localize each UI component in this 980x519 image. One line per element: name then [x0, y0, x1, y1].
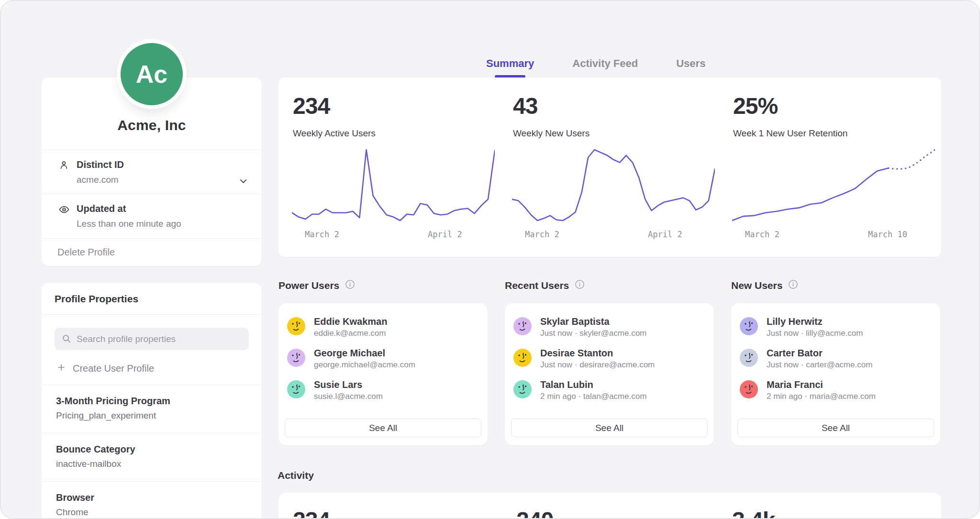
user-list-item[interactable]: Lilly Herwitz Just now · lilly@acme.com — [740, 315, 931, 342]
x-axis-labels: March 2 March 10 — [728, 230, 939, 240]
user-list-item[interactable]: Eddie Kwakman eddie.k@acme.com — [287, 315, 479, 342]
profile-properties-title: Profile Properties — [55, 293, 138, 305]
user-list-item[interactable]: Talan Lubin 2 min ago · talan@acme.com — [513, 378, 705, 405]
activity-section-title: Activity — [278, 470, 314, 481]
row-label: Updated at — [77, 203, 181, 214]
doodle-face-icon — [740, 380, 758, 398]
user-name: Desirae Stanton — [540, 347, 613, 359]
profile-properties-card: Profile Properties Create User Pr — [42, 283, 262, 519]
profile-properties-body: Create User Profile — [42, 315, 262, 374]
x-tick-right: April 2 — [428, 230, 462, 239]
stat-value: 43 — [513, 94, 537, 119]
stat-label: Weekly New Users — [513, 128, 590, 139]
row-value: Less than one minute ago — [77, 218, 181, 230]
x-tick-right: April 2 — [648, 230, 682, 239]
x-axis-labels: March 2 April 2 — [508, 230, 719, 240]
user-name: Susie Lars — [314, 378, 362, 391]
property-item: Browser Chrome — [42, 481, 262, 519]
user-name: Lilly Herwitz — [767, 315, 823, 328]
summary-stats-card: 234 Weekly Active Users March 2 April 2 … — [278, 77, 941, 257]
user-email: eddie.k@acme.com — [314, 328, 386, 339]
user-name: Maria Franci — [767, 378, 823, 391]
see-all-button[interactable]: See All — [737, 419, 934, 437]
company-name: Acme, Inc — [117, 117, 186, 133]
plus-icon — [56, 363, 66, 374]
profile-properties-header: Profile Properties — [42, 283, 262, 315]
search-wrap — [55, 328, 249, 350]
create-user-profile-button[interactable]: Create User Profile — [56, 363, 249, 374]
stat-value: 25% — [733, 94, 778, 119]
delete-profile-button[interactable]: Delete Profile — [57, 247, 115, 258]
user-avatar — [287, 380, 305, 398]
user-list-item[interactable]: Skylar Baptista Just now · skyler@acme.c… — [513, 315, 705, 342]
tab-label: Activity Feed — [572, 57, 638, 69]
doodle-face-icon — [740, 317, 758, 335]
user-list-item[interactable]: Desirae Stanton Just now · desirare@acme… — [513, 346, 705, 373]
user-name: Skylar Baptista — [540, 315, 610, 328]
tab-activity-feed[interactable]: Activity Feed — [572, 57, 638, 70]
section-title: Power Users — [278, 280, 339, 291]
stat-value: 234 — [293, 94, 330, 119]
info-icon[interactable] — [575, 279, 585, 291]
tab-summary[interactable]: Summary — [486, 57, 534, 70]
x-axis-labels: March 2 April 2 — [288, 230, 499, 240]
user-email: Just now · carter@acme.com — [767, 360, 872, 370]
doodle-face-icon — [287, 349, 305, 367]
user-avatar — [740, 349, 758, 367]
section-title: New Users — [731, 280, 782, 291]
user-name: Talan Lubin — [540, 378, 593, 391]
property-item: 3-Month Pricing Program Pricing_plan_exp… — [42, 385, 262, 433]
x-tick-left: March 2 — [525, 230, 559, 239]
stat-label: Week 1 New User Retention — [733, 128, 847, 139]
recent-users-card: Skylar Baptista Just now · skyler@acme.c… — [505, 303, 714, 445]
stat-weekly-new-users: 43 Weekly New Users March 2 April 2 — [508, 77, 721, 257]
app-frame: Ac Acme, Inc Distinct ID acme.com — [0, 0, 980, 519]
user-avatar — [287, 349, 305, 367]
row-label: Distinct ID — [77, 159, 124, 170]
person-icon — [58, 160, 70, 194]
search-profile-properties-input[interactable] — [55, 328, 249, 350]
doodle-face-icon — [740, 349, 758, 367]
profile-card: Acme, Inc Distinct ID acme.com — [42, 77, 262, 266]
stat-weekly-active-users: 234 Weekly Active Users March 2 April 2 — [288, 77, 501, 257]
user-list-item[interactable]: Maria Franci 2 min ago · maria@acme.com — [740, 378, 931, 405]
chevron-down-icon[interactable] — [238, 176, 249, 188]
sparkline-chart — [292, 147, 495, 223]
company-avatar-initials: Ac — [136, 60, 167, 88]
activity-stat: 3.4k — [732, 508, 775, 519]
activity-stat: 234 — [293, 508, 330, 519]
row-text: Distinct ID acme.com — [77, 159, 124, 194]
tab-bar: Summary Activity Feed Users — [486, 57, 705, 70]
row-value: acme.com — [77, 174, 124, 186]
tab-label: Users — [676, 57, 705, 69]
user-list-item[interactable]: George Michael george.michael@acme.com — [287, 346, 479, 373]
user-email: george.michael@acme.com — [314, 360, 415, 370]
user-avatar — [740, 317, 758, 335]
new-users-card: Lilly Herwitz Just now · lilly@acme.com … — [731, 303, 940, 445]
user-list-item[interactable]: Susie Lars susie.l@acme.com — [287, 378, 479, 405]
tab-users[interactable]: Users — [676, 57, 705, 70]
stat-week1-retention: 25% Week 1 New User Retention March 2 Ma… — [728, 77, 941, 257]
doodle-face-icon — [287, 317, 305, 335]
user-list-item[interactable]: Carter Bator Just now · carter@acme.com — [740, 346, 931, 373]
power-users-card: Eddie Kwakman eddie.k@acme.com George Mi… — [278, 303, 488, 445]
power-users-header: Power Users — [278, 279, 355, 291]
property-item: Bounce Category inactive-mailbox — [42, 433, 262, 481]
x-tick-right: March 10 — [868, 230, 907, 239]
user-email: Just now · desirare@acme.com — [540, 360, 655, 370]
doodle-face-icon — [287, 380, 305, 398]
profile-row-updated-at: Updated at Less than one minute ago — [42, 194, 262, 239]
user-name: Carter Bator — [767, 347, 823, 359]
tab-label: Summary — [486, 57, 534, 69]
see-all-button[interactable]: See All — [285, 419, 481, 437]
user-name: George Michael — [314, 347, 385, 359]
activity-stat: 240 — [516, 508, 553, 519]
info-icon[interactable] — [345, 279, 355, 291]
info-icon[interactable] — [788, 279, 798, 291]
see-all-button[interactable]: See All — [511, 419, 708, 437]
user-name: Eddie Kwakman — [314, 315, 387, 328]
section-title: Recent Users — [505, 280, 569, 291]
doodle-face-icon — [513, 317, 532, 335]
activity-card: 234 240 3.4k — [278, 493, 941, 519]
property-value: inactive-mailbox — [56, 458, 247, 470]
